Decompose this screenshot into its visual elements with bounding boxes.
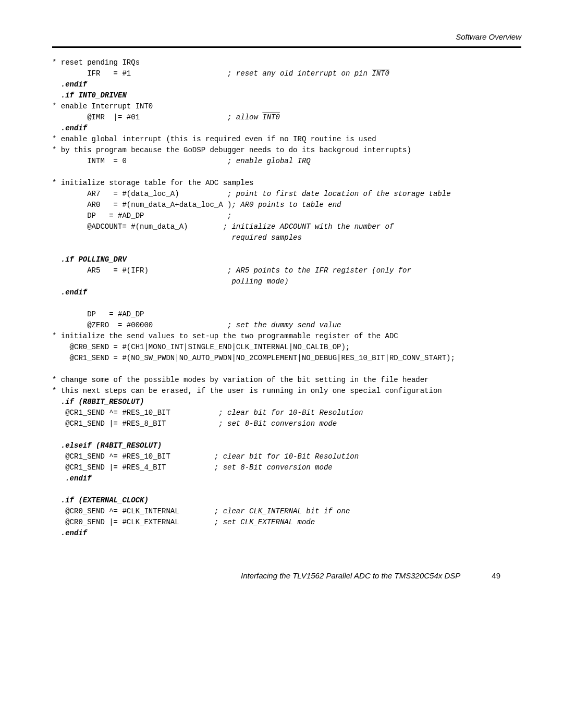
code-line: @CR1_SEND ^= #RES_10_BIT ; clear bit for…	[52, 451, 521, 462]
directive: .endif	[52, 79, 521, 90]
page-footer: Interfacing the TLV1562 Parallel ADC to …	[52, 570, 521, 582]
code-line: @IMR |= #01 ; allow INT0	[52, 112, 521, 123]
code-line: @CR1_SEND |= #RES_8_BIT ; set 8-Bit conv…	[52, 418, 521, 429]
code-line: @ZERO = #00000 ; set the dummy send valu…	[52, 320, 521, 331]
code-line: * reset pending IRQs	[52, 57, 521, 68]
code-line: * initialize storage table for the ADC s…	[52, 178, 521, 189]
directive: .if INT0_DRIVEN	[52, 90, 521, 101]
code-line: * this next steps can be erased, if the …	[52, 386, 521, 397]
code-line: * initialize the send values to set-up t…	[52, 331, 521, 342]
directive: .elseif (R4BIT_RESOLUT)	[52, 440, 521, 451]
code-line: AR0 = #(num_data_A+data_loc_A ); AR0 poi…	[52, 200, 521, 211]
page-number: 49	[492, 570, 500, 582]
directive: .if (EXTERNAL_CLOCK)	[52, 495, 521, 506]
code-line: @CR0_SEND |= #CLK_EXTERNAL ; set CLK_EXT…	[52, 517, 521, 528]
code-line: polling mode)	[52, 276, 521, 287]
directive: .endif	[52, 528, 521, 539]
code-line: required samples	[52, 232, 521, 243]
directive: .endif	[52, 287, 521, 298]
code-line: AR7 = #(data_loc_A) ; point to first dat…	[52, 189, 521, 200]
code-line: * enable Interrupt INT0	[52, 101, 521, 112]
code-line: AR5 = #(IFR) ; AR5 points to the IFR reg…	[52, 265, 521, 276]
code-line: @ADCOUNT= #(num_data_A) ; initialize ADC…	[52, 221, 521, 232]
code-line: DP = #AD_DP	[52, 309, 521, 320]
directive: .if POLLING_DRV	[52, 254, 521, 265]
code-line: IFR = #1 ; reset any old interrupt on pi…	[52, 68, 521, 79]
directive: .endif	[52, 473, 521, 484]
directive: .if (R8BIT_RESOLUT)	[52, 397, 521, 408]
header-rule	[52, 46, 521, 48]
code-line: INTM = 0 ; enable global IRQ	[52, 156, 521, 167]
code-line: @CR0_SEND ^= #CLK_INTERNAL ; clear CLK_I…	[52, 506, 521, 517]
directive: .endif	[52, 123, 521, 134]
code-line: @CR1_SEND |= #RES_4_BIT ; set 8-Bit conv…	[52, 462, 521, 473]
code-line: @CR1_SEND = #(NO_SW_PWDN|NO_AUTO_PWDN|NO…	[52, 353, 521, 364]
page-header: Software Overview	[52, 31, 521, 43]
code-line: * by this program because the GoDSP debu…	[52, 145, 521, 156]
code-line: * enable global interrupt (this is requi…	[52, 134, 521, 145]
code-line: DP = #AD_DP ;	[52, 211, 521, 221]
code-line: @CR0_SEND = #(CH1|MONO_INT|SINGLE_END|CL…	[52, 342, 521, 353]
code-line: * change some of the possible modes by v…	[52, 375, 521, 386]
code-block: * reset pending IRQs IFR = #1 ; reset an…	[52, 57, 521, 539]
footer-title: Interfacing the TLV1562 Parallel ADC to …	[241, 570, 460, 582]
code-line: @CR1_SEND ^= #RES_10_BIT ; clear bit for…	[52, 408, 521, 418]
